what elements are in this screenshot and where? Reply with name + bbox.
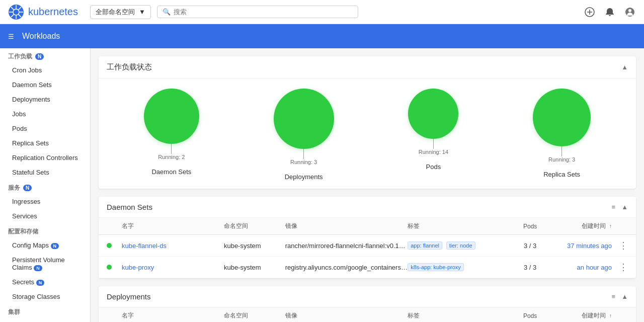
sidebar-section-config: 配置和存储 bbox=[0, 223, 90, 238]
pods-running-label: Running: 14 bbox=[419, 149, 448, 155]
ds-row1-name-link[interactable]: kube-flannel-ds bbox=[122, 242, 167, 250]
ds-row2-image: registry.aliyuncs.com/google_containers/… bbox=[285, 264, 408, 271]
daemon-sets-card-title: Daemon Sets bbox=[107, 203, 152, 211]
deployments-card-title: Deployments bbox=[107, 292, 151, 301]
sidebar-item-storage-classes[interactable]: Storage Classes bbox=[0, 289, 90, 304]
sidebar-item-services[interactable]: Services bbox=[0, 209, 90, 223]
sidebar-section-cluster-label: 集群 bbox=[8, 308, 20, 316]
search-icon: 🔍 bbox=[163, 8, 171, 16]
ds-row1-status bbox=[107, 243, 117, 248]
ds-row1-pods: 3 / 3 bbox=[510, 242, 550, 250]
ds-row1-time-link[interactable]: 37 minutes ago bbox=[567, 242, 612, 250]
namespace-selector[interactable]: 全部命名空间 ▼ bbox=[90, 5, 151, 19]
ds-row2-status bbox=[107, 265, 117, 270]
search-input[interactable] bbox=[174, 8, 353, 16]
sidebar-item-secrets[interactable]: Secrets N bbox=[0, 275, 90, 289]
sidebar-item-pods[interactable]: Pods bbox=[0, 121, 90, 136]
sidebar-section-workloads-badge: N bbox=[35, 53, 44, 60]
ds-row1-name: kube-flannel-ds bbox=[122, 242, 224, 250]
ds-row1-label2: tier: node bbox=[446, 242, 475, 250]
sidebar-section-cluster: 集群 bbox=[0, 304, 90, 318]
collapse-workload-status-btn[interactable]: ▲ bbox=[621, 63, 628, 71]
namespace-label: 全部命名空间 bbox=[96, 8, 135, 17]
daemon-sets-circle bbox=[144, 89, 199, 144]
workload-pods: Running: 14 Pods bbox=[408, 89, 458, 181]
sidebar-section-services-badge: N bbox=[23, 185, 32, 191]
sidebar-item-replica-sets[interactable]: Replica Sets bbox=[0, 136, 90, 150]
sidebar-item-cluster-role-bindings[interactable]: Cluster Role Bindings bbox=[0, 318, 90, 322]
ds-row2-more-icon[interactable]: ⋮ bbox=[619, 262, 628, 272]
deployments-stem bbox=[303, 149, 304, 159]
main-content: 工作负载状态 ▲ Running: 2 Daemon Sets bbox=[91, 48, 644, 322]
daemon-sets-circle-container: Running: 2 bbox=[144, 89, 199, 160]
daemon-sets-row1-status-dot bbox=[107, 243, 112, 248]
daemon-sets-labels-col-header: 标签 bbox=[408, 222, 510, 230]
logo: kubernetes bbox=[8, 4, 78, 20]
sidebar-section-workloads: 工作负载 N bbox=[0, 48, 90, 63]
sidebar-item-deployments[interactable]: Deployments bbox=[0, 92, 90, 107]
sidebar-item-jobs[interactable]: Jobs bbox=[0, 107, 90, 121]
logo-text: kubernetes bbox=[28, 6, 78, 18]
replica-sets-stem bbox=[561, 146, 562, 156]
sidebar-item-cron-jobs[interactable]: Cron Jobs bbox=[0, 63, 90, 77]
daemon-sets-actions: ≡ ▲ bbox=[612, 203, 628, 211]
sidebar-section-services: 服务 N bbox=[0, 180, 90, 194]
deployments-collapse-btn[interactable]: ▲ bbox=[621, 293, 628, 300]
dep-ns-col-header: 命名空间 bbox=[224, 311, 285, 320]
sidebar-section-config-label: 配置和存储 bbox=[8, 227, 38, 236]
add-button[interactable] bbox=[584, 6, 596, 18]
workloads-title: Workloads bbox=[22, 32, 60, 41]
sidebar-item-config-maps[interactable]: Config Maps N bbox=[0, 238, 90, 253]
dep-name-col-header: 名字 bbox=[122, 311, 224, 320]
ds-row1-label1: app: flannel bbox=[408, 242, 442, 250]
ds-row1-actions: ⋮ bbox=[612, 240, 628, 251]
deployments-filter-icon[interactable]: ≡ bbox=[612, 293, 616, 300]
workload-daemon-sets: Running: 2 Daemon Sets bbox=[144, 89, 199, 181]
daemon-sets-table-header: 名字 命名空间 镜像 标签 Pods 创建时间 ↑ bbox=[99, 218, 636, 235]
sidebar-item-stateful-sets[interactable]: Stateful Sets bbox=[0, 165, 90, 180]
sidebar-item-daemon-sets[interactable]: Daemon Sets bbox=[0, 77, 90, 92]
ds-row2-name-link[interactable]: kube-proxy bbox=[122, 264, 154, 271]
ds-row2-name: kube-proxy bbox=[122, 264, 224, 271]
pods-circle-container: Running: 14 bbox=[408, 89, 458, 155]
daemon-sets-card-header: Daemon Sets ≡ ▲ bbox=[99, 197, 636, 218]
workload-deployments: Running: 3 Deployments bbox=[274, 89, 334, 181]
chevron-down-icon: ▼ bbox=[139, 8, 145, 16]
daemon-sets-row2-status-dot bbox=[107, 265, 112, 270]
search-bar[interactable]: 🔍 bbox=[157, 6, 358, 18]
deployments-circle bbox=[274, 89, 334, 149]
ds-row2-actions: ⋮ bbox=[612, 262, 628, 273]
deployments-label: Deployments bbox=[285, 173, 323, 181]
ds-row2-time: an hour ago bbox=[550, 264, 612, 271]
dep-time-col-header: 创建时间 ↑ bbox=[550, 311, 612, 320]
user-avatar[interactable] bbox=[624, 6, 636, 18]
daemon-sets-name-col-header: 名字 bbox=[122, 222, 224, 230]
replica-sets-circle-container: Running: 3 bbox=[533, 89, 591, 163]
top-nav-actions bbox=[584, 6, 636, 18]
daemon-sets-running-label: Running: 2 bbox=[158, 154, 185, 160]
main-layout: 工作负载 N Cron Jobs Daemon Sets Deployments… bbox=[0, 48, 644, 322]
daemon-sets-collapse-btn[interactable]: ▲ bbox=[621, 203, 628, 211]
hamburger-icon[interactable]: ☰ bbox=[8, 33, 14, 40]
notification-icon[interactable] bbox=[604, 6, 616, 18]
ds-row2-time-link[interactable]: an hour ago bbox=[577, 264, 612, 271]
dep-sort-icon: ↑ bbox=[609, 313, 612, 318]
ds-row2-pods: 3 / 3 bbox=[510, 264, 550, 271]
daemon-sets-filter-icon[interactable]: ≡ bbox=[612, 203, 616, 211]
ds-row2-ns: kube-system bbox=[224, 264, 285, 271]
kubernetes-logo-icon bbox=[8, 4, 24, 20]
ds-row2-label1: k8s-app: kube-proxy bbox=[408, 263, 464, 271]
daemon-sets-card: Daemon Sets ≡ ▲ 名字 命名空间 镜像 标签 Pods 创建时间 … bbox=[99, 197, 636, 278]
ds-row1-more-icon[interactable]: ⋮ bbox=[619, 240, 628, 251]
replica-sets-circle bbox=[533, 89, 591, 146]
sidebar-item-replication-controllers[interactable]: Replication Controllers bbox=[0, 150, 90, 165]
daemon-sets-sort-icon: ↑ bbox=[609, 223, 612, 229]
sidebar: 工作负载 N Cron Jobs Daemon Sets Deployments… bbox=[0, 48, 91, 322]
ds-row1-ns: kube-system bbox=[224, 242, 285, 250]
dep-image-col-header: 镜像 bbox=[285, 311, 408, 320]
deployments-running-label: Running: 3 bbox=[290, 159, 317, 165]
sidebar-item-ingresses[interactable]: Ingresses bbox=[0, 194, 90, 209]
sidebar-item-pvc[interactable]: Persistent Volume Claims N bbox=[0, 253, 90, 275]
replica-sets-label: Replica Sets bbox=[543, 171, 580, 178]
pods-label: Pods bbox=[426, 163, 441, 171]
